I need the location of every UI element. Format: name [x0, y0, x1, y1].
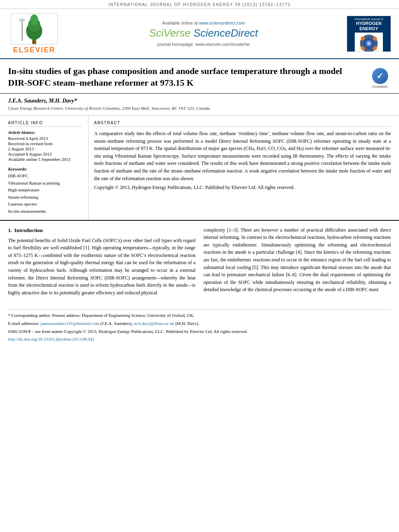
available-online-text: Available online at www.sciencedirect.co…: [60, 21, 347, 25]
svg-point-15: [373, 46, 377, 50]
sciverse-logo: SciVerse ScienceDirect: [60, 27, 347, 39]
main-body: 1.Introduction The potential benefits of…: [0, 220, 399, 306]
article-title: In-situ studies of gas phase composition…: [8, 66, 361, 88]
keywords-section: Keywords: DIR-SOFC Vibrational Raman sca…: [8, 166, 82, 215]
abstract-heading: ABSTRACT: [94, 121, 391, 127]
accepted-date: Accepted 8 August 2013: [8, 152, 82, 156]
keyword-3: High-temperature: [8, 187, 82, 194]
hydrogen-graphic-icon: [355, 33, 383, 52]
keywords-label: Keywords:: [8, 166, 82, 171]
branding-row: ELSEVIER Available online at www.science…: [0, 9, 399, 59]
issn-line: 0360-3199/$ – see front matter Copyright…: [8, 328, 391, 335]
article-info-heading: ARTICLE INFO: [8, 121, 82, 127]
footnotes: * Corresponding author. Present address:…: [8, 309, 391, 347]
keyword-2: Vibrational Raman scattering: [8, 180, 82, 187]
svg-point-11: [367, 42, 370, 45]
received-date: Received 4 April 2013: [8, 136, 82, 141]
sciencedirect-link[interactable]: www.sciencedirect.com: [199, 21, 245, 25]
intro-right-text: complexity [1–3]. There are however a nu…: [204, 226, 391, 294]
crossmark-text: CrossMark: [372, 85, 388, 88]
svg-point-3: [30, 14, 38, 25]
body-left-col: 1.Introduction The potential benefits of…: [8, 226, 195, 300]
elsevier-logo: ELSEVIER: [8, 13, 60, 54]
body-two-col: 1.Introduction The potential benefits of…: [8, 226, 391, 300]
journal-header-text: INTERNATIONAL JOURNAL OF HYDROGEN ENERGY…: [109, 2, 291, 7]
keyword-4: Steam-reforming: [8, 194, 82, 201]
svg-point-13: [373, 37, 377, 41]
author-names: J.E.A. Saunders, M.H. Davy*: [8, 98, 77, 104]
sciverse-center: Available online at www.sciencedirect.co…: [60, 21, 347, 47]
revised-date: 2 August 2013: [8, 146, 82, 151]
history-label: Article history:: [8, 130, 82, 135]
elsevier-tree-icon: [10, 13, 58, 45]
abstract-text: A comparative study into the effects of …: [94, 130, 391, 191]
email-line: E-mail addresses: jamessaunders101@hotma…: [8, 320, 391, 327]
doi-line: http://dx.doi.org/10.1016/j.ijhydene.201…: [8, 336, 391, 343]
hydrogen-energy-logo: International Journal of HYDROGEN ENERGY: [347, 16, 391, 52]
available-online-date: Available online 5 September 2013: [8, 157, 82, 162]
doi-link[interactable]: http://dx.doi.org/10.1016/j.ijhydene.201…: [8, 337, 95, 341]
affiliation: Clean Energy Research Centre, University…: [8, 106, 391, 111]
article-info-abstract-section: ARTICLE INFO Article history: Received 4…: [0, 115, 399, 220]
keyword-1: DIR-SOFC: [8, 173, 82, 180]
abstract-col: ABSTRACT A comparative study into the ef…: [88, 116, 399, 220]
corresponding-author-note: * Corresponding author. Present address:…: [8, 312, 391, 319]
section1-title: 1.Introduction: [8, 226, 195, 234]
svg-point-4: [33, 41, 35, 43]
article-info-col: ARTICLE INFO Article history: Received 4…: [0, 116, 88, 220]
revised-label: Received in revised form: [8, 141, 82, 146]
journal-homepage-text: journal homepage: www.elsevier.com/locat…: [60, 42, 347, 47]
keyword-6: In-situ measurements: [8, 208, 82, 215]
authors-line: J.E.A. Saunders, M.H. Davy*: [8, 98, 391, 104]
article-title-section: In-situ studies of gas phase composition…: [0, 59, 399, 94]
crossmark-badge[interactable]: ✓ CrossMark: [369, 67, 391, 89]
elsevier-text: ELSEVIER: [13, 46, 55, 54]
svg-point-7: [19, 18, 25, 22]
intro-left-text: The potential benefits of Solid Oxide Fu…: [8, 237, 195, 297]
svg-point-12: [361, 37, 365, 41]
email2-link[interactable]: m.h.davy@lboro.ac.uk: [134, 321, 175, 326]
authors-section: J.E.A. Saunders, M.H. Davy* Clean Energy…: [0, 94, 399, 112]
email1-link[interactable]: jamessaunders101@hotmail.com: [41, 321, 99, 326]
keyword-5: Gaseous species: [8, 201, 82, 208]
journal-header-bar: INTERNATIONAL JOURNAL OF HYDROGEN ENERGY…: [0, 0, 399, 9]
svg-point-14: [361, 46, 365, 50]
body-right-col: complexity [1–3]. There are however a nu…: [204, 226, 391, 300]
crossmark-icon: ✓: [372, 68, 388, 84]
section1-number: 1.: [8, 227, 12, 233]
